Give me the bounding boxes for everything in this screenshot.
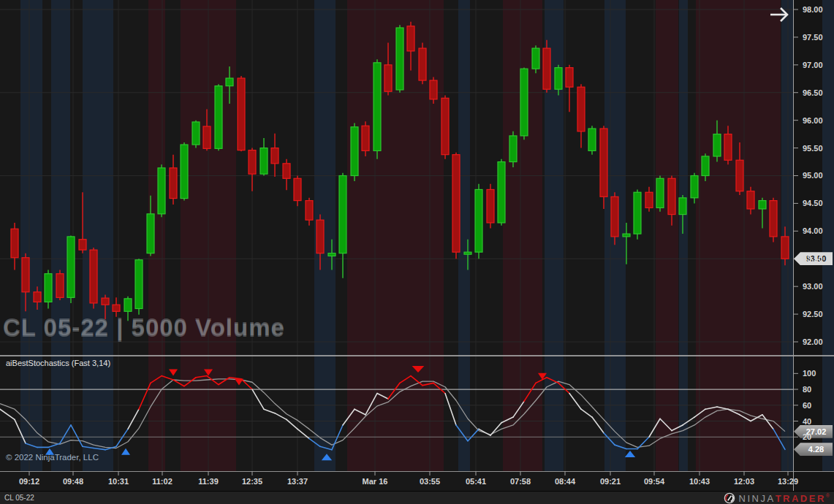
time-tick-label: 09:12 xyxy=(6,477,53,486)
time-tick-label: 13:29 xyxy=(765,477,811,486)
scroll-to-latest-arrow-icon[interactable] xyxy=(767,4,792,26)
price-tick-label: 97.00 xyxy=(803,60,823,70)
price-axis[interactable]: 93.50 27.02 4.28 98.0097.5097.0096.5096.… xyxy=(793,0,834,491)
price-tick-label: 92.00 xyxy=(803,337,823,347)
stochastic-k-value: 4.28 xyxy=(808,445,824,454)
time-tick-label: Mar 16 xyxy=(352,477,398,486)
time-tick-label: 12:03 xyxy=(721,477,767,486)
time-tick-label: 10:43 xyxy=(676,477,723,486)
buy-signal-triangle-icon xyxy=(625,451,635,457)
buy-signal-triangle-icon xyxy=(121,448,130,455)
price-tick-label: 94.00 xyxy=(803,226,823,236)
price-tick-label: 92.50 xyxy=(803,309,823,319)
time-tick-label: 11:02 xyxy=(139,477,186,486)
price-tick-label: 95.50 xyxy=(803,143,823,153)
time-tick-label: 08:44 xyxy=(542,477,588,486)
time-axis[interactable]: 09:1209:4810:3111:0211:3912:3513:37Mar 1… xyxy=(0,472,834,491)
time-tick-label: 12:35 xyxy=(229,477,276,486)
time-tick-label: 10:31 xyxy=(95,477,142,486)
time-tick-label: 13:37 xyxy=(274,477,321,486)
stochastic-k-value-marker: 4.28 xyxy=(794,443,833,456)
status-bar: CL 05-22 NINJATRADER® xyxy=(0,491,834,504)
price-tick-label: 95.00 xyxy=(803,170,823,180)
time-tick-label: 03:55 xyxy=(406,477,453,486)
stochastic-tick-label: 60 xyxy=(803,400,811,411)
logo-text-ninja: NINJA xyxy=(739,493,776,504)
logo-registered-mark: ® xyxy=(826,492,830,497)
status-instrument-label: CL 05-22 xyxy=(4,494,34,502)
stochastic-tick-label: 20 xyxy=(803,432,811,442)
price-tick-label: 97.50 xyxy=(803,32,823,42)
price-tick-label: 98.00 xyxy=(803,4,823,15)
ninjatrader-chart-window: CL 05-22 | 5000 Volume CL 05-22 | 5000 V… xyxy=(0,0,834,504)
price-tick-label: 96.50 xyxy=(803,88,823,98)
price-tick-label: 94.50 xyxy=(803,198,823,208)
stochastic-tick-label: 40 xyxy=(803,416,811,427)
time-tick-label: 09:21 xyxy=(587,477,634,486)
price-tick-label: 96.00 xyxy=(803,115,823,126)
stochastic-d-value-marker: 27.02 xyxy=(794,425,833,438)
chart-watermark-underlay: CL 05-22 | 5000 Volume xyxy=(3,315,285,342)
time-tick-label: 11:39 xyxy=(185,477,232,486)
time-tick-label: 09:54 xyxy=(631,477,678,486)
price-tick-label: 93.50 xyxy=(803,253,823,264)
price-tick-label: 93.00 xyxy=(803,281,823,291)
stochastic-tick-label: 100 xyxy=(803,368,816,378)
sell-signal-triangle-icon xyxy=(169,369,178,375)
logo-text-trader: TRADER xyxy=(776,493,826,504)
time-tick-label: 05:41 xyxy=(452,477,499,486)
time-tick-label: 09:48 xyxy=(50,477,96,486)
chart-canvas[interactable]: CL 05-22 | 5000 Volume xyxy=(0,0,834,491)
ninjatrader-logo-icon xyxy=(724,492,735,504)
ninjatrader-logo: NINJATRADER® xyxy=(724,492,830,504)
stochastic-tick-label: 80 xyxy=(803,384,811,394)
time-tick-label: 07:58 xyxy=(497,477,544,486)
